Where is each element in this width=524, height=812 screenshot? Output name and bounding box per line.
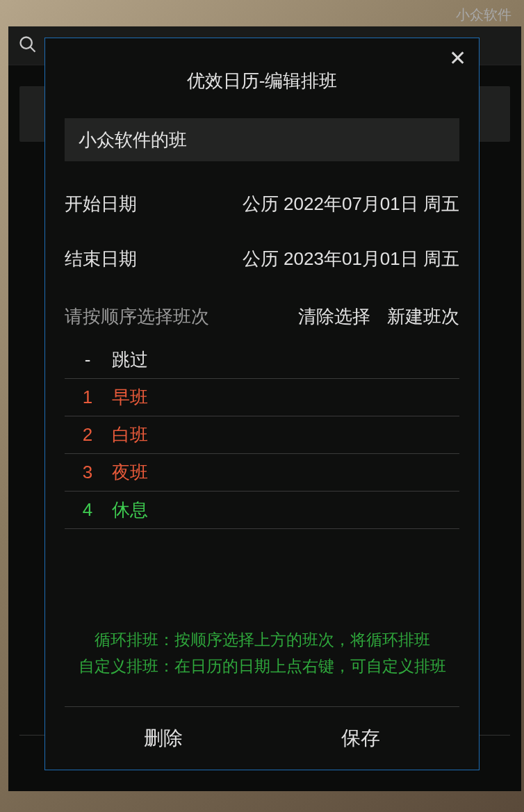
shift-actions: 清除选择 新建班次 bbox=[298, 304, 459, 329]
shift-number: 4 bbox=[72, 499, 104, 521]
start-date-label: 开始日期 bbox=[65, 192, 137, 216]
clear-selection-button[interactable]: 清除选择 bbox=[298, 304, 370, 329]
shift-number: 3 bbox=[72, 462, 104, 483]
shift-item[interactable]: 2白班 bbox=[65, 416, 459, 454]
save-button[interactable]: 保存 bbox=[262, 707, 459, 770]
shift-list-header: 请按顺序选择班次 清除选择 新建班次 bbox=[65, 304, 459, 329]
shift-item[interactable]: 4休息 bbox=[65, 492, 459, 529]
tip-line-2: 自定义排班：在日历的日期上点右键，可自定义排班 bbox=[65, 653, 459, 680]
tips-block: 循环排班：按顺序选择上方的班次，将循环排班 自定义排班：在日历的日期上点右键，可… bbox=[65, 627, 459, 687]
start-date-value: 公历 2022年07月01日 周五 bbox=[243, 192, 459, 216]
shift-label: 早班 bbox=[112, 385, 148, 409]
search-icon bbox=[18, 35, 38, 57]
shift-label: 夜班 bbox=[112, 460, 148, 485]
shift-item[interactable]: 1早班 bbox=[65, 379, 459, 416]
shift-item[interactable]: -跳过 bbox=[65, 341, 459, 379]
dialog-button-row: 删除 保存 bbox=[65, 707, 459, 770]
start-date-row[interactable]: 开始日期 公历 2022年07月01日 周五 bbox=[65, 192, 459, 216]
shift-item[interactable]: 3夜班 bbox=[65, 454, 459, 492]
delete-button[interactable]: 删除 bbox=[65, 707, 262, 770]
watermark-text: 小众软件 bbox=[456, 6, 511, 24]
shift-label: 休息 bbox=[112, 498, 148, 522]
shift-list: -跳过1早班2白班3夜班4休息 bbox=[65, 341, 459, 529]
end-date-label: 结束日期 bbox=[65, 247, 137, 271]
shift-name-input[interactable] bbox=[65, 118, 459, 161]
tip-line-1: 循环排班：按顺序选择上方的班次，将循环排班 bbox=[65, 627, 459, 653]
shift-order-label: 请按顺序选择班次 bbox=[65, 304, 209, 329]
dialog-backdrop: ✕ 优效日历-编辑排班 开始日期 公历 2022年07月01日 周五 结束日期 … bbox=[0, 0, 524, 812]
new-shift-button[interactable]: 新建班次 bbox=[387, 304, 459, 329]
shift-number: 2 bbox=[72, 424, 104, 446]
shift-number: 1 bbox=[72, 387, 104, 408]
shift-label: 白班 bbox=[112, 423, 148, 447]
shift-number: - bbox=[72, 349, 104, 371]
edit-shift-dialog: ✕ 优效日历-编辑排班 开始日期 公历 2022年07月01日 周五 结束日期 … bbox=[44, 38, 480, 770]
end-date-value: 公历 2023年01月01日 周五 bbox=[243, 247, 459, 271]
end-date-row[interactable]: 结束日期 公历 2023年01月01日 周五 bbox=[65, 247, 459, 271]
svg-point-0 bbox=[21, 37, 32, 48]
svg-line-1 bbox=[31, 47, 35, 51]
close-icon[interactable]: ✕ bbox=[449, 48, 466, 69]
dialog-title: 优效日历-编辑排班 bbox=[65, 69, 459, 93]
shift-label: 跳过 bbox=[112, 348, 148, 372]
